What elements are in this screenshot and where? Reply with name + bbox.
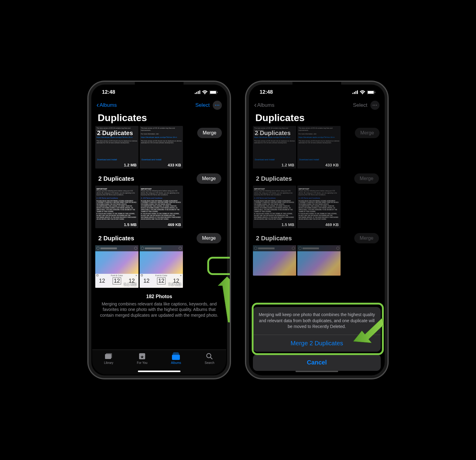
thumb-row: Font & Color ✕ 12 12 12 9.1 MB Font & Co… (95, 245, 223, 288)
footer-description: Merging combines relevant data like capt… (100, 301, 218, 318)
ellipsis-icon: ··· (215, 103, 220, 108)
merge-button[interactable]: Merge (197, 128, 222, 138)
back-button: ‹ Albums (254, 101, 275, 110)
tab-library[interactable]: Library (104, 352, 114, 364)
screen-left: 12:48 ‹ Albums Select ··· Duplicates (92, 85, 226, 375)
wifi-icon (360, 90, 365, 94)
svg-rect-12 (172, 355, 180, 360)
battery-icon (209, 90, 218, 94)
more-button: ··· (370, 101, 380, 110)
tab-albums[interactable]: Albums (171, 352, 181, 364)
duplicate-group: 2 Duplicates Merge IMPORTANT Please read… (95, 172, 223, 228)
back-label: Albums (257, 102, 275, 108)
svg-rect-19 (357, 90, 358, 94)
merge-button[interactable]: Merge (197, 173, 221, 184)
group-header: 2 Duplicates Merge (95, 231, 223, 245)
svg-rect-16 (352, 93, 353, 94)
library-icon (104, 352, 113, 360)
cancel-button[interactable]: Cancel (253, 354, 381, 371)
select-button: Select (353, 102, 367, 108)
group-header: 2 Duplicates Merge (95, 172, 223, 186)
chevron-left-icon: ‹ (96, 101, 99, 110)
back-label: Albums (100, 102, 117, 108)
size-badge: 1.5 MB (124, 222, 137, 227)
svg-rect-0 (195, 93, 196, 94)
svg-rect-21 (368, 91, 374, 94)
tab-search[interactable]: Search (205, 352, 215, 364)
svg-rect-2 (198, 91, 199, 94)
tab-foryou[interactable]: For You (137, 352, 147, 364)
sheet-body: Merging will keep one photo that combine… (253, 307, 381, 352)
phone-right: 12:48 ‹ Albums Select ··· Duplicates 2 D… (245, 81, 388, 379)
page-title: Duplicates (92, 111, 226, 126)
content-area: 2 Duplicates Merge This beta version of … (250, 126, 384, 375)
phone-left: 12:48 ‹ Albums Select ··· Duplicates (88, 81, 231, 379)
page-title: Duplicates (250, 111, 384, 126)
svg-rect-6 (217, 92, 218, 93)
thumbnail[interactable]: This beta version of iOS 16 contains bug… (140, 126, 183, 169)
search-icon (206, 352, 213, 360)
group-label: 2 Duplicates (98, 235, 134, 242)
thumb-row: IMPORTANT Please read the following term… (95, 186, 223, 228)
thumbnail[interactable]: Font & Color ✕ 12 12 12 9.1 MB (95, 245, 138, 288)
photo-count: 182 Photos (99, 293, 219, 300)
thumb-row: 2 Duplicates Merge This beta version of … (95, 126, 223, 169)
back-button[interactable]: ‹ Albums (96, 101, 117, 110)
battery-icon (367, 90, 375, 94)
foryou-icon (138, 352, 146, 360)
wifi-icon (202, 90, 208, 94)
duplicate-group: 2 Duplicates Merge This beta version of … (95, 126, 223, 169)
thumbnail[interactable]: IMPORTANT Please read the following term… (140, 186, 183, 228)
cellular-icon (352, 90, 358, 94)
svg-rect-18 (355, 91, 356, 94)
svg-rect-8 (106, 353, 112, 358)
ellipsis-icon: ··· (373, 103, 377, 108)
group-label: 2 Duplicates (98, 175, 134, 182)
size-badge: 469 KB (168, 222, 181, 227)
status-icons (352, 90, 375, 94)
svg-rect-3 (199, 90, 200, 94)
merge-button[interactable]: Merge (197, 233, 221, 243)
size-badge: 7.9 MB (168, 282, 181, 287)
notch (135, 82, 184, 91)
size-badge: 1.2 MB (124, 163, 137, 167)
status-icons (195, 90, 218, 94)
content-area: 2 Duplicates Merge This beta version of … (92, 126, 226, 350)
size-badge: 433 KB (168, 163, 181, 167)
svg-rect-5 (210, 91, 216, 94)
svg-rect-11 (173, 354, 179, 354)
select-button[interactable]: Select (195, 102, 210, 108)
cellular-icon (195, 90, 200, 94)
chevron-left-icon: ‹ (254, 101, 257, 110)
home-indicator[interactable] (138, 371, 180, 372)
status-time: 12:48 (260, 89, 273, 95)
size-badge: 9.1 MB (124, 282, 137, 287)
svg-line-14 (210, 357, 212, 359)
merge-duplicates-button[interactable]: Merge 2 Duplicates (253, 335, 381, 352)
svg-rect-10 (173, 352, 179, 353)
footer-info: 182 Photos Merging combines relevant dat… (95, 291, 223, 322)
status-time: 12:48 (102, 89, 115, 95)
svg-rect-1 (196, 92, 197, 94)
thumbnail[interactable]: Font & Color ✕ 12 12 12 7.9 MB (140, 245, 183, 288)
svg-rect-17 (354, 92, 355, 94)
thumbnail[interactable]: IMPORTANT Please read the following term… (95, 186, 138, 228)
nav-bar: ‹ Albums Select ··· (250, 99, 384, 111)
group-label: 2 Duplicates (97, 130, 133, 137)
svg-rect-22 (375, 92, 375, 93)
nav-bar: ‹ Albums Select ··· (92, 99, 226, 111)
more-button[interactable]: ··· (213, 101, 222, 110)
action-sheet: Merging will keep one photo that combine… (253, 307, 381, 371)
notch (292, 82, 341, 91)
albums-icon (172, 352, 180, 360)
duplicate-group: 2 Duplicates Merge Font & Color ✕ 12 12 … (95, 231, 223, 288)
sheet-message: Merging will keep one photo that combine… (253, 307, 381, 335)
screen-right: 12:48 ‹ Albums Select ··· Duplicates 2 D… (250, 85, 384, 375)
